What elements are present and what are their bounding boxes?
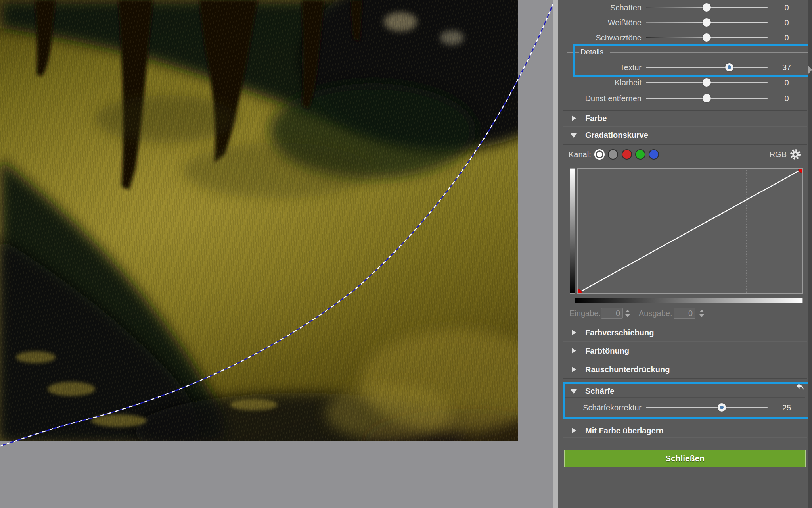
details-legend-line (567, 52, 579, 53)
separator (563, 341, 807, 341)
section-header-schaerfe[interactable]: Schärfe (558, 383, 812, 398)
slider-value-schatten: 0 (774, 0, 800, 15)
separator (563, 437, 807, 437)
arrow-up-icon[interactable] (699, 310, 704, 312)
curve-plot (578, 169, 802, 293)
app-window: Schatten 0 Weißtöne 0 Schwarztöne 0 Deta… (0, 0, 812, 508)
section-header-farbtoenung[interactable]: Farbtönung (558, 343, 812, 358)
slider-label-dunst: Dunst entfernen (565, 91, 642, 106)
gear-icon[interactable] (789, 148, 801, 160)
section-header-farbverschiebung[interactable]: Farbverschiebung (558, 325, 812, 340)
slider-thumb[interactable] (725, 63, 733, 71)
details-group-label: Details (580, 48, 603, 56)
curve-vertical-gradient (570, 168, 575, 294)
curve-mode-label: RGB (756, 149, 787, 160)
eingabe-input[interactable]: 0 (601, 308, 623, 319)
slider-track-dunst[interactable] (646, 98, 768, 99)
section-title: Mit Farbe überlagern (585, 423, 664, 438)
panel-scrollbar-track[interactable] (808, 0, 812, 508)
slider-track-schwarztoene[interactable] (646, 37, 768, 38)
section-header-farbe[interactable]: Farbe (558, 111, 812, 126)
slider-value-dunst: 0 (774, 91, 800, 106)
details-legend-line (610, 52, 808, 53)
chevron-down-icon (571, 389, 577, 394)
panel-collapse-arrow-icon[interactable] (808, 66, 812, 74)
slider-track-schatten[interactable] (646, 7, 768, 8)
slider-label-weisstoene: Weißtöne (565, 15, 642, 30)
slider-thumb[interactable] (703, 18, 711, 27)
section-header-gradationskurve[interactable]: Gradationskurve (558, 127, 812, 142)
image-canvas[interactable] (0, 0, 553, 508)
slider-row-weisstoene: Weißtöne 0 (558, 15, 812, 30)
separator (563, 126, 807, 126)
curve-point-white[interactable] (799, 169, 803, 173)
slider-thumb[interactable] (703, 78, 711, 87)
section-header-mit-farbe-ueberlagern[interactable]: Mit Farbe überlagern (558, 423, 812, 438)
undo-icon[interactable] (795, 382, 806, 393)
chevron-right-icon (572, 115, 576, 121)
channel-button-gray[interactable] (608, 149, 618, 160)
slider-row-schwarztoene: Schwarztöne 0 (558, 30, 812, 45)
channel-button-luminance[interactable] (594, 149, 605, 160)
section-title: Schärfe (585, 383, 614, 398)
channel-label: Kanal: (569, 149, 591, 160)
channel-button-green[interactable] (635, 149, 645, 160)
section-header-rauschunterdrueckung[interactable]: Rauschunterdrückung (558, 362, 812, 377)
slider-row-klarheit: Klarheit 0 (558, 75, 812, 90)
chevron-right-icon (572, 367, 576, 372)
ausgabe-stepper[interactable] (698, 308, 705, 319)
panel-splitter[interactable] (553, 0, 558, 508)
slider-thumb[interactable] (718, 403, 726, 412)
slider-row-dunst: Dunst entfernen 0 (558, 91, 812, 106)
chevron-right-icon (572, 330, 576, 335)
curve-point-black[interactable] (578, 289, 582, 294)
slider-label-klarheit: Klarheit (565, 75, 642, 90)
adjustments-panel: Schatten 0 Weißtöne 0 Schwarztöne 0 Deta… (558, 0, 812, 508)
slider-thumb[interactable] (703, 33, 711, 42)
ausgabe-input[interactable]: 0 (674, 308, 695, 319)
slider-label-textur: Textur (565, 60, 642, 75)
slider-row-schatten: Schatten 0 (558, 0, 812, 15)
slider-label-schaerfekorrektur: Schärfekorrektur (565, 400, 642, 415)
slider-row-textur: Textur 37 (558, 60, 812, 75)
section-title: Gradationskurve (585, 127, 648, 142)
ausgabe-label: Ausgabe: (639, 308, 672, 319)
slider-track-weisstoene[interactable] (646, 22, 768, 23)
eingabe-label: Eingabe: (569, 308, 601, 319)
chevron-right-icon (572, 348, 576, 354)
curve-editor[interactable] (577, 168, 803, 294)
section-title: Farbe (585, 111, 607, 126)
slider-value-textur: 37 (774, 60, 800, 75)
slider-value-klarheit: 0 (774, 75, 800, 90)
slider-thumb[interactable] (703, 3, 711, 12)
chevron-right-icon (572, 428, 576, 433)
arrow-down-icon[interactable] (699, 314, 704, 317)
channel-button-red[interactable] (622, 149, 632, 160)
separator (563, 323, 807, 323)
slider-value-schwarztoene: 0 (774, 30, 800, 45)
channel-button-blue[interactable] (649, 149, 659, 160)
eingabe-stepper[interactable] (624, 308, 631, 319)
chevron-down-icon (571, 133, 577, 138)
separator-light (564, 443, 805, 443)
arrow-up-icon[interactable] (625, 310, 630, 312)
slider-label-schatten: Schatten (565, 0, 642, 15)
curve-horizontal-gradient (575, 298, 803, 303)
slider-value-weisstoene: 0 (774, 15, 800, 30)
slider-label-schwarztoene: Schwarztöne (565, 30, 642, 45)
separator (565, 397, 805, 398)
slider-track-klarheit[interactable] (646, 82, 768, 83)
photo-meadow-trees[interactable] (0, 0, 518, 441)
close-button[interactable]: Schließen (564, 450, 806, 467)
arrow-down-icon[interactable] (625, 314, 630, 317)
slider-value-schaerfekorrektur: 25 (774, 400, 800, 415)
section-title: Rauschunterdrückung (585, 362, 670, 377)
separator (563, 144, 807, 145)
slider-thumb[interactable] (703, 94, 711, 102)
eingabe-value: 0 (616, 308, 620, 318)
slider-row-schaerfekorrektur: Schärfekorrektur 25 (558, 400, 812, 415)
slider-track-textur[interactable] (646, 67, 768, 68)
slider-track-schaerfekorrektur[interactable] (646, 407, 768, 408)
section-title: Farbverschiebung (585, 325, 654, 340)
ausgabe-value: 0 (688, 308, 693, 318)
